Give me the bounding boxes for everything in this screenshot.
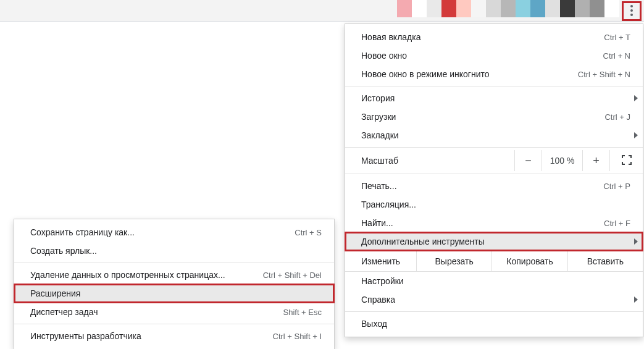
menu-label: Новое окно в режиме инкогнито [361, 69, 563, 79]
svg-point-0 [630, 5, 633, 7]
menu-item-zoom: Масштаб − 100 % + [345, 150, 643, 171]
zoom-out-button[interactable]: − [514, 150, 542, 171]
submenu-item-dev-tools[interactable]: Инструменты разработчика Ctrl + Shift + … [14, 327, 334, 345]
menu-item-incognito[interactable]: Новое окно в режиме инкогнито Ctrl + Shi… [345, 65, 643, 83]
svg-point-1 [630, 9, 633, 12]
menu-label: Найти... [361, 218, 589, 228]
separator [345, 174, 643, 174]
menu-item-find[interactable]: Найти... Ctrl + F [345, 214, 643, 232]
submenu-item-create-shortcut[interactable]: Создать ярлык... [14, 242, 334, 260]
edit-copy-button[interactable]: Копировать [492, 251, 567, 271]
more-tools-submenu: Сохранить страницу как... Ctrl + S Созда… [14, 219, 335, 349]
menu-label: Выход [361, 319, 630, 329]
menu-shortcut: Ctrl + Shift + N [578, 70, 630, 79]
menu-label: Дополнительные инструменты [361, 237, 630, 246]
separator [14, 324, 334, 324]
submenu-item-task-manager[interactable]: Диспетчер задач Shift + Esc [14, 303, 334, 321]
menu-label: Загрузки [361, 112, 590, 122]
menu-item-more-tools[interactable]: Дополнительные инструменты [345, 232, 643, 251]
menu-label: Печать... [361, 181, 588, 191]
menu-label: Сохранить страницу как... [30, 227, 280, 237]
theme-swatch[interactable] [530, 0, 545, 17]
menu-shortcut: Ctrl + S [295, 228, 322, 237]
submenu-item-extensions[interactable]: Расширения [14, 284, 334, 303]
menu-label: Настройки [361, 276, 630, 286]
menu-item-settings[interactable]: Настройки [345, 272, 643, 290]
menu-item-edit: Изменить Вырезать Копировать Вставить [345, 251, 643, 272]
edit-paste-button[interactable]: Вставить [568, 251, 643, 271]
zoom-controls: − 100 % + [514, 150, 643, 171]
separator [345, 86, 643, 86]
menu-label: Расширения [30, 288, 322, 298]
menu-item-exit[interactable]: Выход [345, 314, 643, 333]
menu-item-downloads[interactable]: Загрузки Ctrl + J [345, 107, 643, 126]
menu-label: Новое окно [361, 51, 588, 61]
theme-swatch[interactable] [412, 0, 427, 17]
chevron-right-icon [634, 296, 638, 303]
svg-point-2 [630, 14, 633, 16]
menu-label: Удаление данных о просмотренных страница… [30, 270, 248, 280]
theme-swatch[interactable] [545, 0, 560, 17]
edit-label: Изменить [345, 251, 417, 271]
theme-swatch[interactable] [397, 0, 412, 17]
menu-item-new-window[interactable]: Новое окно Ctrl + N [345, 46, 643, 65]
theme-swatch[interactable] [501, 0, 516, 17]
menu-shortcut: Ctrl + J [604, 112, 630, 122]
menu-item-history[interactable]: История [345, 89, 643, 107]
menu-shortcut: Ctrl + Shift + I [273, 332, 322, 341]
theme-swatch[interactable] [456, 0, 471, 17]
menu-label: Инструменты разработчика [30, 331, 258, 341]
menu-item-cast[interactable]: Трансляция... [345, 195, 643, 214]
menu-item-bookmarks[interactable]: Закладки [345, 126, 643, 145]
menu-item-print[interactable]: Печать... Ctrl + P [345, 177, 643, 195]
more-button[interactable] [622, 2, 641, 20]
zoom-value: 100 % [542, 150, 582, 171]
chevron-right-icon [634, 95, 638, 101]
menu-shortcut: Ctrl + N [603, 51, 630, 61]
menu-label: Диспетчер задач [30, 307, 269, 317]
zoom-in-button[interactable]: + [582, 150, 609, 171]
chevron-right-icon [634, 132, 638, 138]
menu-shortcut: Ctrl + P [603, 182, 630, 191]
more-vertical-icon [630, 5, 633, 18]
menu-label: Создать ярлык... [30, 246, 322, 256]
fullscreen-icon [622, 155, 632, 167]
theme-swatch[interactable] [590, 0, 604, 17]
theme-swatch[interactable] [441, 0, 456, 17]
submenu-item-clear-data[interactable]: Удаление данных о просмотренных страница… [14, 266, 334, 284]
fullscreen-button[interactable] [609, 150, 643, 171]
submenu-item-save-page[interactable]: Сохранить страницу как... Ctrl + S [14, 223, 334, 242]
menu-shortcut: Ctrl + F [604, 219, 630, 228]
menu-label: История [361, 93, 630, 103]
edit-cut-button[interactable]: Вырезать [417, 251, 492, 271]
separator [14, 263, 334, 263]
theme-swatch[interactable] [427, 0, 441, 17]
menu-label: Трансляция... [361, 200, 630, 209]
menu-shortcut: Ctrl + Shift + Del [263, 271, 322, 280]
theme-swatches [397, 0, 619, 17]
menu-item-help[interactable]: Справка [345, 290, 643, 309]
theme-swatch[interactable] [516, 0, 530, 17]
main-menu: Новая вкладка Ctrl + T Новое окно Ctrl +… [345, 23, 643, 337]
separator [345, 311, 643, 312]
theme-swatch[interactable] [604, 0, 619, 17]
theme-swatch[interactable] [575, 0, 590, 17]
chevron-right-icon [634, 238, 638, 245]
menu-shortcut: Shift + Esc [283, 308, 322, 317]
theme-swatch[interactable] [560, 0, 575, 17]
separator [345, 147, 643, 148]
menu-label: Справка [361, 295, 630, 305]
theme-swatch[interactable] [486, 0, 501, 17]
menu-label: Новая вкладка [361, 32, 589, 42]
menu-label: Закладки [361, 130, 630, 140]
theme-swatch[interactable] [471, 0, 486, 17]
menu-item-new-tab[interactable]: Новая вкладка Ctrl + T [345, 28, 643, 46]
browser-topbar [0, 0, 644, 22]
zoom-label: Масштаб [345, 156, 514, 166]
menu-shortcut: Ctrl + T [604, 33, 630, 42]
